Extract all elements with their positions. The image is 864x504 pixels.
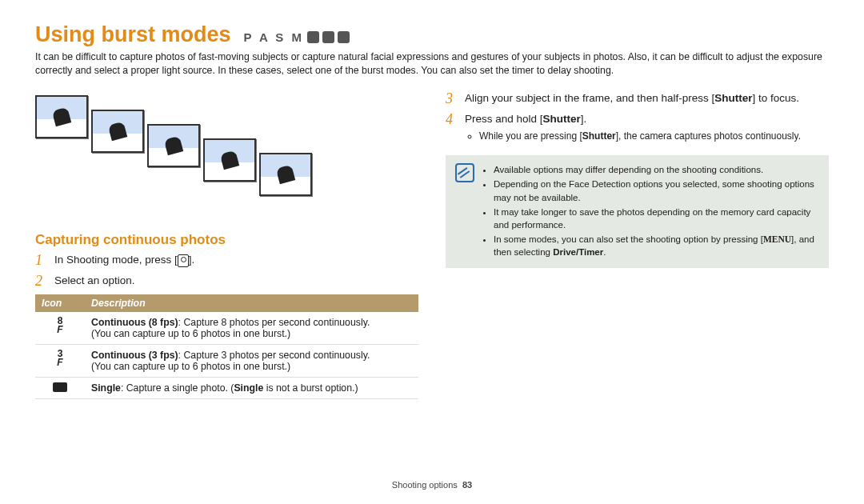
note-item: Available options may differ depending o… [494, 163, 819, 176]
note-icon [455, 163, 474, 182]
col-description: Description [85, 294, 418, 312]
step-2: 2 Select an option. [35, 274, 418, 290]
page-footer: Shooting options 83 [0, 480, 864, 490]
mode-icon [307, 31, 319, 43]
note-item: In some modes, you can also set the shoo… [494, 233, 819, 258]
example-sequence [35, 95, 418, 138]
step-1: 1 In Shooting mode, press []. [35, 253, 418, 269]
note-box: Available options may differ depending o… [446, 155, 829, 268]
table-row: Single: Capture a single photo. (Single … [35, 377, 418, 398]
section-subhead: Capturing continuous photos [35, 232, 418, 248]
page-title: Using burst modes [35, 22, 231, 47]
step-4: 4 Press and hold [Shutter]. While you ar… [446, 112, 829, 150]
step-3: 3 Align your subject in the frame, and t… [446, 91, 829, 107]
drive-button-icon [178, 254, 189, 267]
note-item: It may take longer to save the photos de… [494, 206, 819, 231]
intro-paragraph: It can be difficult to capture photos of… [35, 50, 829, 77]
note-item: Depending on the Face Detection options … [494, 178, 819, 203]
mode-icon [322, 31, 334, 43]
col-icon: Icon [35, 294, 85, 312]
table-row: 3F Continuous (3 fps): Capture 3 photos … [35, 344, 418, 377]
mode-indicator: P A S M [244, 30, 350, 44]
continuous3-icon: 3F [57, 350, 62, 367]
mode-icon [338, 31, 350, 43]
options-table: Icon Description 8F Continuous (8 fps): … [35, 294, 418, 399]
table-row: 8F Continuous (8 fps): Capture 8 photos … [35, 312, 418, 345]
continuous8-icon: 8F [57, 317, 62, 334]
single-shot-icon [53, 382, 67, 392]
